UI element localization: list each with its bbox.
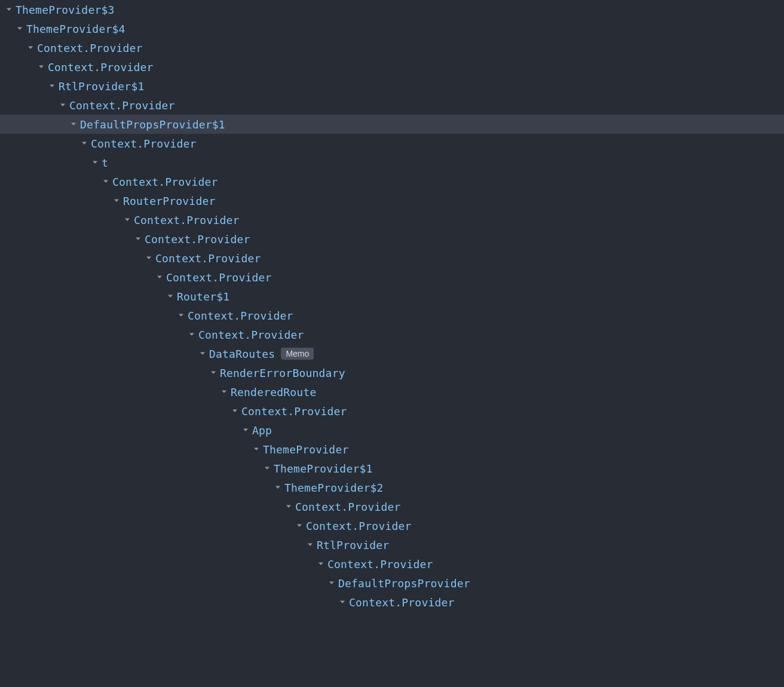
expand-arrow-icon[interactable] [37, 64, 45, 70]
tree-node-themeprovider-3[interactable]: ThemeProvider$3 [0, 0, 784, 19]
node-label: Context.Provider [48, 61, 154, 73]
expand-arrow-icon[interactable] [69, 121, 78, 127]
node-label: DataRoutes [209, 348, 275, 360]
tree-node-context-provider[interactable]: Context.Provider [0, 96, 784, 115]
node-label: ThemeProvider [263, 443, 348, 456]
expand-arrow-icon[interactable] [317, 561, 325, 567]
expand-arrow-icon[interactable] [80, 140, 88, 146]
node-label: RenderErrorBoundary [220, 367, 345, 379]
expand-arrow-icon[interactable] [48, 83, 56, 89]
node-label: Context.Provider [134, 214, 240, 226]
expand-arrow-icon[interactable] [166, 293, 174, 299]
expand-arrow-icon[interactable] [209, 370, 218, 376]
expand-arrow-icon[interactable] [26, 45, 35, 51]
expand-arrow-icon[interactable] [274, 484, 282, 490]
tree-node-themeprovider-4[interactable]: ThemeProvider$4 [0, 19, 784, 38]
tree-node-router-1[interactable]: Router$1 [0, 287, 784, 306]
node-label: ThemeProvider$1 [274, 462, 373, 475]
node-label: DefaultPropsProvider$1 [80, 118, 225, 131]
tree-node-context-provider[interactable]: Context.Provider [0, 554, 784, 573]
node-label: DefaultPropsProvider [338, 577, 470, 590]
tree-node-themeprovider[interactable]: ThemeProvider [0, 440, 784, 459]
tree-node-context-provider[interactable]: Context.Provider [0, 38, 784, 57]
tree-node-context-provider[interactable]: Context.Provider [0, 306, 784, 325]
node-label: Context.Provider [91, 137, 197, 150]
node-label: Router$1 [177, 290, 229, 303]
expand-arrow-icon[interactable] [327, 580, 336, 586]
tree-node-app[interactable]: App [0, 421, 784, 440]
node-label: ThemeProvider$3 [16, 4, 115, 16]
node-label: Context.Provider [69, 99, 175, 112]
expand-arrow-icon[interactable] [16, 26, 24, 32]
expand-arrow-icon[interactable] [155, 274, 164, 280]
node-label: Context.Provider [295, 501, 401, 513]
tree-node-context-provider[interactable]: Context.Provider [0, 325, 784, 344]
tree-node-context-provider[interactable]: Context.Provider [0, 57, 784, 76]
hoc-badge: Memo [281, 348, 314, 360]
node-label: Context.Provider [241, 405, 347, 418]
node-label: RtlProvider$1 [59, 80, 144, 93]
expand-arrow-icon[interactable] [102, 179, 110, 185]
expand-arrow-icon[interactable] [252, 446, 261, 452]
node-label: Context.Provider [327, 558, 433, 571]
node-label: ThemeProvider$4 [26, 23, 125, 35]
expand-arrow-icon[interactable] [145, 255, 153, 261]
tree-node-rtlprovider-1[interactable]: RtlProvider$1 [0, 76, 784, 96]
node-label: Context.Provider [188, 309, 293, 322]
tree-node-themeprovider-2[interactable]: ThemeProvider$2 [0, 478, 784, 497]
node-label: Context.Provider [166, 271, 272, 284]
expand-arrow-icon[interactable] [231, 408, 239, 414]
expand-arrow-icon[interactable] [241, 427, 250, 433]
tree-node-context-provider[interactable]: Context.Provider [0, 401, 784, 421]
expand-arrow-icon[interactable] [59, 102, 67, 108]
node-label: Context.Provider [155, 252, 261, 265]
tree-node-context-provider[interactable]: Context.Provider [0, 172, 784, 191]
node-label: RtlProvider [317, 539, 389, 551]
tree-node-rtlprovider[interactable]: RtlProvider [0, 535, 784, 554]
expand-arrow-icon[interactable] [284, 504, 293, 510]
tree-node-context-provider[interactable]: Context.Provider [0, 229, 784, 249]
tree-node-rendererrorboundary[interactable]: RenderErrorBoundary [0, 363, 784, 382]
tree-node-t[interactable]: t [0, 153, 784, 172]
tree-node-dataroutes[interactable]: DataRoutesMemo [0, 344, 784, 363]
expand-arrow-icon[interactable] [338, 599, 347, 605]
node-label: RouterProvider [123, 195, 216, 207]
tree-node-context-provider[interactable]: Context.Provider [0, 516, 784, 535]
tree-node-routerprovider[interactable]: RouterProvider [0, 191, 784, 210]
tree-node-context-provider[interactable]: Context.Provider [0, 593, 784, 612]
node-label: Context.Provider [349, 596, 455, 609]
node-label: t [102, 157, 108, 169]
tree-node-defaultpropsprovider-1[interactable]: DefaultPropsProvider$1 [0, 115, 784, 134]
expand-arrow-icon[interactable] [112, 198, 121, 204]
node-label: Context.Provider [112, 176, 218, 188]
component-tree[interactable]: ThemeProvider$3ThemeProvider$4Context.Pr… [0, 0, 784, 612]
expand-arrow-icon[interactable] [198, 351, 207, 357]
node-label: Context.Provider [306, 520, 412, 532]
tree-node-context-provider[interactable]: Context.Provider [0, 249, 784, 268]
expand-arrow-icon[interactable] [220, 389, 228, 395]
expand-arrow-icon[interactable] [5, 7, 13, 13]
node-label: Context.Provider [198, 329, 304, 341]
node-label: App [252, 424, 272, 437]
node-label: Context.Provider [145, 233, 250, 246]
expand-arrow-icon[interactable] [123, 217, 131, 223]
tree-node-context-provider[interactable]: Context.Provider [0, 497, 784, 516]
node-label: ThemeProvider$2 [284, 481, 384, 494]
expand-arrow-icon[interactable] [177, 312, 185, 318]
tree-node-context-provider[interactable]: Context.Provider [0, 268, 784, 287]
expand-arrow-icon[interactable] [306, 542, 314, 548]
expand-arrow-icon[interactable] [134, 236, 142, 242]
expand-arrow-icon[interactable] [295, 523, 304, 529]
tree-node-context-provider[interactable]: Context.Provider [0, 210, 784, 229]
expand-arrow-icon[interactable] [188, 332, 196, 338]
node-label: Context.Provider [37, 42, 143, 54]
expand-arrow-icon[interactable] [263, 465, 271, 471]
tree-node-renderedroute[interactable]: RenderedRoute [0, 382, 784, 401]
tree-node-defaultpropsprovider[interactable]: DefaultPropsProvider [0, 573, 784, 593]
tree-node-themeprovider-1[interactable]: ThemeProvider$1 [0, 459, 784, 478]
tree-node-context-provider[interactable]: Context.Provider [0, 134, 784, 153]
node-label: RenderedRoute [231, 386, 316, 398]
expand-arrow-icon[interactable] [91, 160, 99, 165]
